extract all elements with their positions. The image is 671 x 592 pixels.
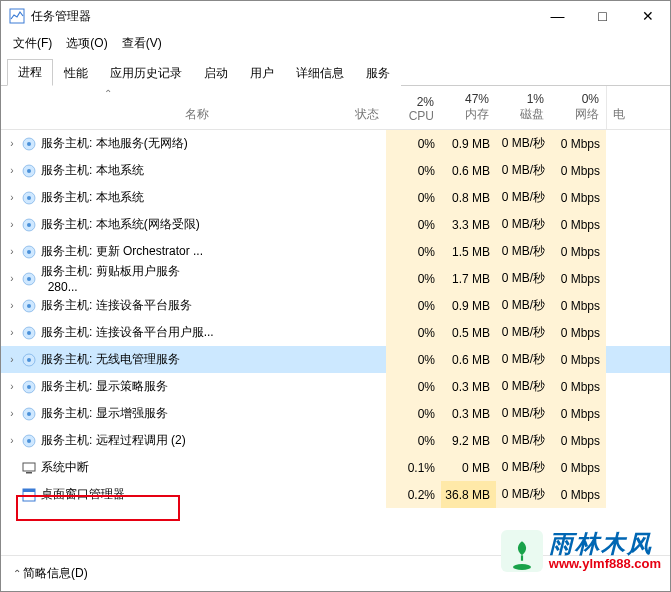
menu-options[interactable]: 选项(O) (64, 33, 109, 54)
table-row[interactable]: ›服务主机: 远程过程调用 (2)0%9.2 MB0 MB/秒0 Mbps (1, 427, 670, 454)
expand-chevron-icon[interactable]: › (5, 354, 19, 365)
tab-startup[interactable]: 启动 (193, 60, 239, 86)
column-name-label: 名称 (7, 106, 209, 123)
cell-memory: 0.9 MB (441, 292, 496, 319)
process-icon (21, 460, 37, 476)
expand-chevron-icon[interactable]: › (5, 165, 19, 176)
cell-network: 0 Mbps (551, 184, 606, 211)
column-disk[interactable]: 1% 磁盘 (496, 86, 551, 129)
tab-users[interactable]: 用户 (239, 60, 285, 86)
maximize-button[interactable]: □ (580, 1, 625, 31)
cell-disk: 0 MB/秒 (496, 265, 551, 292)
cell-memory: 0 MB (441, 454, 496, 481)
cell-disk: 0 MB/秒 (496, 130, 551, 157)
tab-details[interactable]: 详细信息 (285, 60, 355, 86)
expand-chevron-icon[interactable]: › (5, 138, 19, 149)
minimize-button[interactable]: — (535, 1, 580, 31)
table-row[interactable]: ›服务主机: 本地服务(无网络)0%0.9 MB0 MB/秒0 Mbps (1, 130, 670, 157)
table-row[interactable]: ›服务主机: 显示增强服务0%0.3 MB0 MB/秒0 Mbps (1, 400, 670, 427)
cell-status (216, 211, 386, 238)
cell-disk: 0 MB/秒 (496, 400, 551, 427)
table-row[interactable]: ›服务主机: 剪贴板用户服务_280...0%1.7 MB0 MB/秒0 Mbp… (1, 265, 670, 292)
cell-cpu: 0% (386, 427, 441, 454)
tab-performance[interactable]: 性能 (53, 60, 99, 86)
cell-status (216, 427, 386, 454)
cell-network: 0 Mbps (551, 427, 606, 454)
cell-memory: 9.2 MB (441, 427, 496, 454)
expand-chevron-icon[interactable]: › (5, 273, 19, 284)
svg-point-14 (27, 304, 31, 308)
close-button[interactable]: ✕ (625, 1, 670, 31)
expand-chevron-icon[interactable]: › (5, 219, 19, 230)
process-name: 服务主机: 更新 Orchestrator ... (41, 243, 203, 260)
cell-extra (606, 481, 620, 508)
cell-memory: 1.5 MB (441, 238, 496, 265)
expand-chevron-icon[interactable]: › (5, 327, 19, 338)
cell-cpu: 0% (386, 319, 441, 346)
cell-disk: 0 MB/秒 (496, 427, 551, 454)
expand-chevron-icon[interactable]: › (5, 381, 19, 392)
menu-file[interactable]: 文件(F) (11, 33, 54, 54)
process-name: 服务主机: 连接设备平台用户服... (41, 324, 214, 341)
expand-chevron-icon[interactable]: › (5, 246, 19, 257)
tab-app-history[interactable]: 应用历史记录 (99, 60, 193, 86)
column-status[interactable]: 状态 (216, 86, 386, 129)
cell-status (216, 130, 386, 157)
cell-status (216, 292, 386, 319)
cell-disk: 0 MB/秒 (496, 157, 551, 184)
column-network[interactable]: 0% 网络 (551, 86, 606, 129)
title-bar[interactable]: 任务管理器 — □ ✕ (1, 1, 670, 31)
column-extra[interactable]: 电 (606, 86, 620, 129)
table-row[interactable]: ›服务主机: 本地系统0%0.8 MB0 MB/秒0 Mbps (1, 184, 670, 211)
cell-disk: 0 MB/秒 (496, 346, 551, 373)
table-row[interactable]: ›服务主机: 显示策略服务0%0.3 MB0 MB/秒0 Mbps (1, 373, 670, 400)
window: 任务管理器 — □ ✕ 文件(F) 选项(O) 查看(V) 进程 性能 应用历史… (0, 0, 671, 592)
column-memory[interactable]: 47% 内存 (441, 86, 496, 129)
column-name[interactable]: ⌃ 名称 (1, 86, 216, 129)
column-cpu[interactable]: 2% CPU (386, 86, 441, 129)
menu-view[interactable]: 查看(V) (120, 33, 164, 54)
table-row[interactable]: ›服务主机: 本地系统0%0.6 MB0 MB/秒0 Mbps (1, 157, 670, 184)
tab-processes[interactable]: 进程 (7, 59, 53, 86)
expand-chevron-icon[interactable]: › (5, 300, 19, 311)
cell-cpu: 0% (386, 130, 441, 157)
process-list: ⌃ 名称 状态 2% CPU 47% 内存 1% 磁盘 0% 网络 (1, 86, 670, 555)
table-row[interactable]: ›服务主机: 本地系统(网络受限)0%3.3 MB0 MB/秒0 Mbps (1, 211, 670, 238)
expand-chevron-icon[interactable]: › (5, 408, 19, 419)
table-row[interactable]: ›服务主机: 连接设备平台服务0%0.9 MB0 MB/秒0 Mbps (1, 292, 670, 319)
svg-point-8 (27, 223, 31, 227)
svg-point-6 (27, 196, 31, 200)
tab-services[interactable]: 服务 (355, 60, 401, 86)
cell-extra (606, 211, 620, 238)
cell-disk: 0 MB/秒 (496, 292, 551, 319)
table-row[interactable]: 系统中断0.1%0 MB0 MB/秒0 Mbps (1, 454, 670, 481)
collapse-chevron-icon[interactable]: ⌃ (9, 568, 23, 579)
cell-status (216, 373, 386, 400)
process-name: 桌面窗口管理器 (41, 486, 125, 503)
svg-point-12 (27, 277, 31, 281)
brief-info-button[interactable]: 简略信息(D) (23, 565, 88, 582)
cell-extra (606, 346, 620, 373)
cpu-percent: 2% (392, 95, 434, 109)
cell-disk: 0 MB/秒 (496, 481, 551, 508)
svg-point-24 (27, 439, 31, 443)
cell-network: 0 Mbps (551, 292, 606, 319)
cell-disk: 0 MB/秒 (496, 238, 551, 265)
expand-chevron-icon[interactable]: › (5, 192, 19, 203)
table-row[interactable]: ›服务主机: 连接设备平台用户服...0%0.5 MB0 MB/秒0 Mbps (1, 319, 670, 346)
process-icon (21, 325, 37, 341)
cell-memory: 0.5 MB (441, 319, 496, 346)
cell-network: 0 Mbps (551, 319, 606, 346)
table-row[interactable]: ›服务主机: 更新 Orchestrator ...0%1.5 MB0 MB/秒… (1, 238, 670, 265)
cell-memory: 0.3 MB (441, 373, 496, 400)
svg-point-4 (27, 169, 31, 173)
cell-extra (606, 265, 620, 292)
column-status-label: 状态 (222, 106, 379, 123)
table-row[interactable]: 桌面窗口管理器0.2%36.8 MB0 MB/秒0 Mbps (1, 481, 670, 508)
cell-network: 0 Mbps (551, 130, 606, 157)
cell-disk: 0 MB/秒 (496, 184, 551, 211)
expand-chevron-icon[interactable]: › (5, 435, 19, 446)
column-headers: ⌃ 名称 状态 2% CPU 47% 内存 1% 磁盘 0% 网络 (1, 86, 670, 130)
table-row[interactable]: ›服务主机: 无线电管理服务0%0.6 MB0 MB/秒0 Mbps (1, 346, 670, 373)
process-icon (21, 244, 37, 260)
